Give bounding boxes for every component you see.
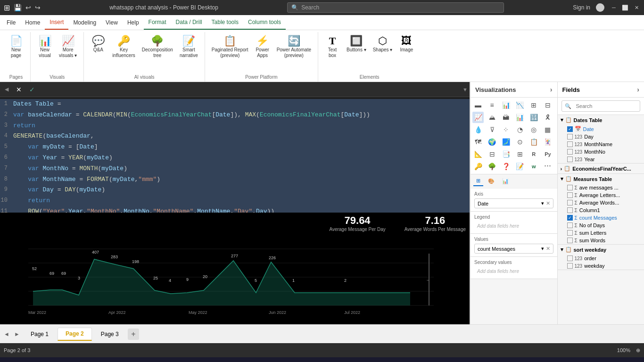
field-item-monthname[interactable]: 123 MonthName: [558, 140, 644, 148]
viz-waterfall[interactable]: 💧: [472, 124, 484, 135]
title-search[interactable]: 🔍 Search: [287, 2, 504, 13]
menu-view[interactable]: View: [101, 15, 123, 30]
viz-stacked-area[interactable]: 🏔: [500, 112, 512, 123]
legend-placeholder[interactable]: Add data fields here: [474, 222, 553, 230]
viz-clustered-col[interactable]: 📉: [514, 99, 526, 111]
taskbar-powerbi[interactable]: 📊: [239, 358, 253, 362]
field-item-monthno[interactable]: 123 MonthNo: [558, 148, 644, 156]
power-apps-btn[interactable]: ⚡ PowerApps: [252, 34, 273, 60]
values-dropdown-icon[interactable]: ▾: [541, 246, 544, 252]
menu-table-tools[interactable]: Table tools: [207, 15, 243, 30]
menu-format[interactable]: Format: [144, 15, 171, 30]
viz-w[interactable]: w: [528, 161, 539, 172]
values-remove-icon[interactable]: ✕: [546, 246, 550, 252]
viz-line-clustered[interactable]: 📊: [514, 112, 526, 123]
image-btn[interactable]: 🖼 Image: [396, 34, 417, 55]
buttons-btn[interactable]: 🔲 Buttons ▾: [344, 34, 369, 55]
taskbar-store[interactable]: 🛒: [178, 358, 192, 362]
field-item-sum-letters[interactable]: Σ sum Letters: [558, 229, 644, 237]
viz-treemap[interactable]: ▦: [542, 124, 553, 135]
viz-100-stacked-col[interactable]: ⊟: [542, 99, 553, 111]
search-btn[interactable]: 🔍 Type here to search: [16, 358, 129, 362]
more-visuals-btn[interactable]: 📈 Morevisuals ▾: [56, 34, 80, 60]
viz-filled-map[interactable]: 🌍: [487, 136, 498, 148]
field-item-date[interactable]: ✓ 📅 Date: [558, 125, 644, 133]
field-item-order[interactable]: 123 order: [558, 255, 644, 262]
page-nav-next[interactable]: ►: [12, 329, 22, 339]
task-view-btn[interactable]: ⧉: [131, 358, 143, 362]
page-tab-3[interactable]: Page 3: [93, 328, 127, 341]
taskbar-edge[interactable]: 🌐: [161, 358, 176, 362]
viz-multi-card[interactable]: 🃏: [542, 136, 553, 148]
axis-dropdown-icon[interactable]: ▾: [541, 200, 544, 206]
start-btn[interactable]: ⊞: [2, 358, 14, 362]
code-editor[interactable]: 1 Dates Table = 2 var baseCalendar = CAL…: [0, 97, 470, 213]
viz-smart-narrative-sm[interactable]: 📝: [514, 161, 526, 172]
menu-data-drill[interactable]: Data / Drill: [171, 15, 207, 30]
field-group-measures-header[interactable]: ▾ 📋 Measures Table: [558, 174, 644, 184]
restore-btn[interactable]: ⬜: [621, 4, 629, 11]
taskbar-maps[interactable]: 📍: [222, 358, 237, 362]
viz-r-visual[interactable]: R: [528, 148, 539, 160]
viz-stacked-bar[interactable]: ▬: [472, 99, 484, 111]
viz-analytics-tab[interactable]: 📊: [499, 177, 512, 186]
viz-area-chart[interactable]: ⛰: [487, 112, 498, 123]
undo-btn[interactable]: ↩: [25, 4, 31, 11]
values-dropzone[interactable]: count Messages ▾ ✕: [474, 244, 553, 254]
sign-in-label[interactable]: Sign in: [573, 4, 590, 11]
viz-line-stacked[interactable]: 🔢: [528, 112, 539, 123]
paginated-btn[interactable]: 📋 Paginated Report(preview): [209, 34, 251, 60]
formula-expand-btn[interactable]: ▼: [462, 87, 468, 92]
smart-narrative-btn[interactable]: 📝 Smartnarrative: [177, 34, 201, 60]
viz-line-chart[interactable]: 📈: [472, 112, 484, 123]
viz-matrix[interactable]: ⊞: [514, 148, 526, 160]
taskbar-explorer[interactable]: 📁: [145, 358, 159, 362]
fields-panel-expand[interactable]: ›: [637, 86, 639, 93]
viz-pie[interactable]: ◔: [514, 124, 526, 135]
new-page-btn[interactable]: 📄 Newpage: [6, 34, 26, 60]
field-item-avg-words[interactable]: Σ Average Words...: [558, 199, 644, 206]
viz-panel-expand[interactable]: ›: [550, 86, 553, 93]
viz-azure-map[interactable]: 🗾: [500, 136, 512, 148]
page-nav-prev[interactable]: ◄: [2, 329, 11, 339]
secondary-placeholder[interactable]: Add data fields here: [474, 267, 553, 276]
viz-build-tab[interactable]: ⊞: [473, 176, 483, 186]
formula-confirm-btn[interactable]: ✓: [26, 84, 38, 95]
viz-python[interactable]: Py: [542, 148, 553, 160]
axis-dropzone[interactable]: Date ▾ ✕: [474, 198, 553, 208]
viz-funnel[interactable]: ⊽: [487, 124, 498, 135]
minimize-btn[interactable]: ─: [610, 4, 618, 11]
axis-remove-icon[interactable]: ✕: [546, 200, 550, 206]
key-influencers-btn[interactable]: 🔑 Keyinfluencers: [109, 34, 138, 60]
viz-map[interactable]: 🗺: [472, 136, 484, 148]
viz-decomp-sm[interactable]: 🌳: [487, 161, 498, 172]
close-btn[interactable]: ✕: [633, 4, 640, 11]
viz-table[interactable]: 📑: [500, 148, 512, 160]
viz-format-tab[interactable]: 🎨: [485, 177, 497, 186]
field-item-column1[interactable]: Σ Column1: [558, 206, 644, 214]
text-box-btn[interactable]: T Textbox: [322, 34, 343, 60]
decomp-tree-btn[interactable]: 🌳 Decompositiontree: [139, 34, 176, 60]
fields-search-input[interactable]: [573, 102, 637, 110]
viz-clustered-bar[interactable]: ≡: [487, 99, 498, 111]
field-group-economics-header[interactable]: › 📋 EconomicsFinalYearC...: [558, 164, 644, 173]
menu-modeling[interactable]: Modeling: [68, 15, 101, 30]
shapes-btn[interactable]: ⬡ Shapes ▾: [370, 34, 396, 55]
menu-column-tools[interactable]: Column tools: [243, 15, 286, 30]
page-tab-2[interactable]: Page 2: [58, 328, 92, 341]
viz-card[interactable]: 📋: [528, 136, 539, 148]
viz-kpi[interactable]: 📐: [472, 148, 484, 160]
menu-home[interactable]: Home: [20, 15, 45, 30]
taskbar-terminal[interactable]: ▶: [194, 358, 206, 362]
field-item-count-messages[interactable]: ✓ Σ count Messages: [558, 214, 644, 222]
field-item-sum-words[interactable]: Σ sum Words: [558, 237, 644, 244]
field-item-weekday[interactable]: 123 weekday: [558, 262, 644, 270]
page-add-btn[interactable]: +: [128, 329, 139, 340]
formula-bar-collapse[interactable]: ◀: [2, 86, 11, 92]
viz-donut[interactable]: ◎: [528, 124, 539, 135]
power-automate-btn[interactable]: 🔄 Power Automate(preview): [274, 34, 314, 60]
viz-stacked-col[interactable]: 📊: [500, 99, 512, 111]
field-item-year[interactable]: 123 Year: [558, 156, 644, 163]
viz-slicer[interactable]: ⊟: [487, 148, 498, 160]
field-item-no-of-days[interactable]: Σ No of Days: [558, 222, 644, 229]
